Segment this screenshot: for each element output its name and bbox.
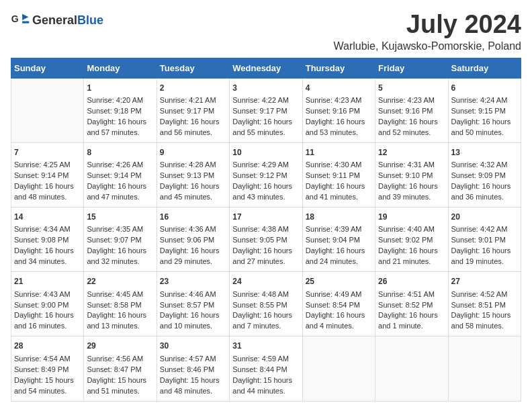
calendar-cell: 11Sunrise: 4:30 AMSunset: 9:11 PMDayligh… — [302, 142, 375, 207]
day-info: Sunset: 9:14 PM — [14, 171, 81, 181]
calendar-cell: 21Sunrise: 4:43 AMSunset: 9:00 PMDayligh… — [11, 272, 84, 336]
calendar-cell — [11, 78, 84, 142]
day-number: 5 — [378, 83, 445, 94]
day-info: Daylight: 16 hours and 4 minutes. — [306, 310, 372, 332]
calendar-cell: 13Sunrise: 4:32 AMSunset: 9:09 PMDayligh… — [448, 142, 521, 207]
day-info: Daylight: 16 hours and 43 minutes. — [232, 181, 299, 203]
calendar-cell: 31Sunrise: 4:59 AMSunset: 8:44 PMDayligh… — [230, 336, 302, 401]
day-info: Sunset: 9:10 PM — [378, 171, 445, 181]
calendar-cell: 16Sunrise: 4:36 AMSunset: 9:06 PMDayligh… — [157, 208, 229, 272]
col-header-friday: Friday — [375, 58, 448, 78]
day-number: 21 — [14, 276, 81, 287]
col-header-thursday: Thursday — [302, 58, 375, 78]
day-info: Sunrise: 4:30 AM — [306, 160, 372, 171]
day-number: 2 — [160, 83, 226, 94]
day-info: Daylight: 16 hours and 39 minutes. — [378, 181, 445, 203]
calendar-cell: 27Sunrise: 4:52 AMSunset: 8:51 PMDayligh… — [448, 272, 521, 336]
day-info: Sunrise: 4:43 AM — [14, 289, 81, 300]
calendar-cell: 30Sunrise: 4:57 AMSunset: 8:46 PMDayligh… — [157, 336, 229, 401]
calendar-cell: 12Sunrise: 4:31 AMSunset: 9:10 PMDayligh… — [375, 142, 448, 207]
day-info: Sunrise: 4:38 AM — [232, 224, 299, 235]
day-number: 15 — [87, 212, 153, 223]
calendar-week-row: 7Sunrise: 4:25 AMSunset: 9:14 PMDaylight… — [11, 142, 521, 207]
day-info: Sunset: 9:11 PM — [306, 171, 372, 181]
calendar-week-row: 21Sunrise: 4:43 AMSunset: 9:00 PMDayligh… — [11, 272, 521, 336]
calendar-cell: 8Sunrise: 4:26 AMSunset: 9:14 PMDaylight… — [84, 142, 157, 207]
calendar-cell: 9Sunrise: 4:28 AMSunset: 9:13 PMDaylight… — [157, 142, 229, 207]
day-number: 10 — [232, 147, 299, 158]
day-info: Sunrise: 4:26 AM — [87, 160, 153, 171]
day-info: Sunset: 9:16 PM — [378, 106, 445, 117]
calendar-cell: 26Sunrise: 4:51 AMSunset: 8:52 PMDayligh… — [375, 272, 448, 336]
day-info: Daylight: 16 hours and 55 minutes. — [232, 117, 299, 138]
day-info: Daylight: 16 hours and 48 minutes. — [14, 181, 81, 203]
day-info: Sunrise: 4:25 AM — [14, 160, 81, 171]
day-number: 29 — [87, 340, 153, 352]
day-info: Sunrise: 4:40 AM — [378, 224, 445, 235]
day-number: 6 — [451, 83, 518, 94]
day-info: Daylight: 16 hours and 36 minutes. — [451, 181, 518, 203]
day-number: 4 — [306, 83, 372, 94]
day-info: Daylight: 16 hours and 53 minutes. — [306, 117, 372, 138]
month-title: July 2024 — [333, 11, 521, 39]
day-info: Sunrise: 4:51 AM — [378, 289, 445, 300]
day-info: Sunrise: 4:48 AM — [232, 289, 299, 300]
day-number: 18 — [306, 212, 372, 223]
calendar-cell — [375, 336, 448, 401]
svg-rect-3 — [22, 21, 29, 24]
calendar-cell: 10Sunrise: 4:29 AMSunset: 9:12 PMDayligh… — [230, 142, 302, 207]
day-info: Sunrise: 4:21 AM — [160, 95, 226, 106]
calendar-cell — [448, 336, 521, 401]
svg-text:G: G — [11, 13, 19, 24]
day-number: 24 — [232, 276, 299, 287]
col-header-tuesday: Tuesday — [157, 58, 229, 78]
location-title: Warlubie, Kujawsko-Pomorskie, Poland — [333, 40, 521, 52]
day-info: Sunset: 9:08 PM — [14, 235, 81, 246]
calendar-cell: 28Sunrise: 4:54 AMSunset: 8:49 PMDayligh… — [11, 336, 84, 401]
day-info: Daylight: 16 hours and 1 minute. — [378, 310, 445, 332]
calendar-week-row: 14Sunrise: 4:34 AMSunset: 9:08 PMDayligh… — [11, 208, 521, 272]
calendar-week-row: 28Sunrise: 4:54 AMSunset: 8:49 PMDayligh… — [11, 336, 521, 401]
day-info: Daylight: 16 hours and 29 minutes. — [160, 246, 226, 267]
day-info: Sunrise: 4:59 AM — [232, 354, 299, 365]
day-number: 17 — [232, 212, 299, 223]
day-info: Daylight: 16 hours and 47 minutes. — [87, 181, 153, 203]
day-info: Daylight: 15 hours and 51 minutes. — [87, 375, 153, 397]
calendar-cell: 3Sunrise: 4:22 AMSunset: 9:17 PMDaylight… — [230, 78, 302, 142]
col-header-saturday: Saturday — [448, 58, 521, 78]
day-info: Sunset: 8:44 PM — [232, 365, 299, 375]
day-info: Daylight: 16 hours and 16 minutes. — [14, 310, 81, 332]
day-info: Sunrise: 4:52 AM — [451, 289, 518, 300]
day-info: Sunset: 9:04 PM — [306, 235, 372, 246]
day-info: Sunrise: 4:36 AM — [160, 224, 226, 235]
day-info: Sunset: 9:18 PM — [87, 106, 153, 117]
calendar-header-row: SundayMondayTuesdayWednesdayThursdayFrid… — [11, 58, 521, 78]
day-info: Sunrise: 4:28 AM — [160, 160, 226, 171]
day-number: 3 — [232, 83, 299, 94]
day-number: 16 — [160, 212, 226, 223]
day-info: Sunrise: 4:35 AM — [87, 224, 153, 235]
calendar-cell: 5Sunrise: 4:23 AMSunset: 9:16 PMDaylight… — [375, 78, 448, 142]
day-info: Daylight: 15 hours and 44 minutes. — [232, 375, 299, 397]
day-info: Sunset: 9:17 PM — [160, 106, 226, 117]
day-info: Sunrise: 4:31 AM — [378, 160, 445, 171]
day-info: Sunrise: 4:54 AM — [14, 354, 81, 365]
day-info: Sunrise: 4:39 AM — [306, 224, 372, 235]
day-info: Sunrise: 4:23 AM — [306, 95, 372, 106]
calendar-cell: 17Sunrise: 4:38 AMSunset: 9:05 PMDayligh… — [230, 208, 302, 272]
calendar-cell: 1Sunrise: 4:20 AMSunset: 9:18 PMDaylight… — [84, 78, 157, 142]
day-info: Daylight: 16 hours and 13 minutes. — [87, 310, 153, 332]
day-info: Sunset: 9:12 PM — [232, 171, 299, 181]
day-number: 8 — [87, 147, 153, 158]
day-info: Sunset: 9:06 PM — [160, 235, 226, 246]
logo: G GeneralBlue — [11, 11, 103, 30]
day-info: Daylight: 16 hours and 56 minutes. — [160, 117, 226, 138]
day-number: 27 — [451, 276, 518, 287]
day-info: Daylight: 16 hours and 50 minutes. — [451, 117, 518, 138]
day-info: Sunset: 9:13 PM — [160, 171, 226, 181]
day-info: Sunset: 9:16 PM — [306, 106, 372, 117]
day-info: Sunrise: 4:23 AM — [378, 95, 445, 106]
day-info: Sunset: 9:07 PM — [87, 235, 153, 246]
calendar-cell: 29Sunrise: 4:56 AMSunset: 8:47 PMDayligh… — [84, 336, 157, 401]
calendar-cell: 6Sunrise: 4:24 AMSunset: 9:15 PMDaylight… — [448, 78, 521, 142]
